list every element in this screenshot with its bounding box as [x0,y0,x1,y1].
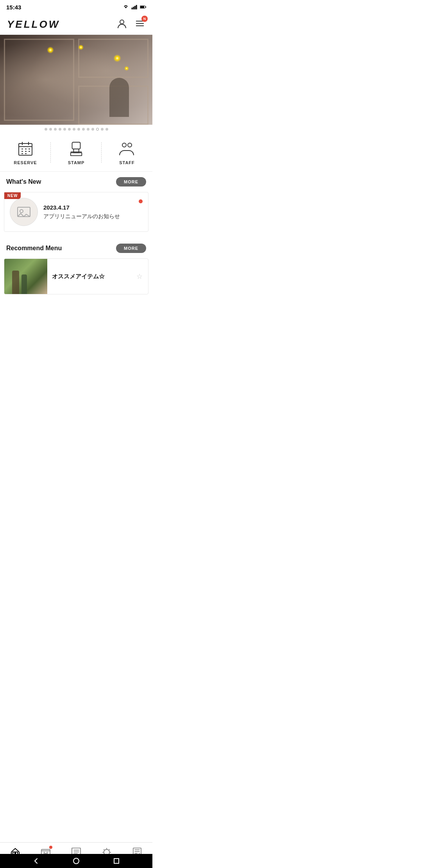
light-dot-4 [124,66,129,71]
dot-13 [101,128,104,131]
recommend-image [4,259,47,294]
svg-rect-2 [134,6,136,9]
whats-new-header: What's New MORE [0,172,152,192]
staff-icon [118,140,136,157]
svg-rect-23 [72,142,80,149]
news-card[interactable]: NEW 2023.4.17 アプリリニューアルのお知らせ [4,192,148,232]
news-content: 2023.4.17 アプリリニューアルのお知らせ [43,204,133,220]
svg-rect-6 [140,6,144,8]
light-dot-2 [78,45,84,50]
dot-5 [63,128,66,131]
logo: YELLOW [7,18,60,30]
staff-label: STAFF [119,160,135,165]
profile-icon [116,18,127,29]
reserve-action[interactable]: RESERVE [0,140,51,165]
silhouette [109,78,129,117]
menu-button[interactable]: N [134,18,145,30]
reserve-label: RESERVE [14,160,37,165]
news-date: 2023.4.17 [43,204,133,211]
dot-9 [82,128,85,131]
dot-7 [73,128,75,131]
svg-rect-1 [133,7,134,9]
stamp-icon [68,140,85,157]
stamp-label: STAMP [68,160,85,165]
status-bar: 15:43 [0,0,152,14]
hero-image [0,35,152,125]
header: YELLOW N [0,14,152,35]
svg-rect-0 [132,8,133,10]
dot-1 [45,128,47,131]
recommend-more-button[interactable]: MORE [116,244,146,253]
notification-badge: N [141,16,148,22]
battery-icon [140,5,146,9]
bottle-1 [12,271,19,294]
bottle-2 [21,274,27,294]
star-icon: ☆ [131,267,148,286]
light-dot-3 [113,54,121,62]
dot-3 [54,128,57,131]
dot-14 [106,128,108,131]
svg-point-30 [20,210,23,213]
svg-rect-24 [71,152,82,156]
hero-window-left [4,39,74,121]
new-badge: NEW [4,192,21,199]
dot-8 [77,128,80,131]
light-dot-1 [47,47,54,54]
news-avatar [10,198,38,226]
dot-11 [91,128,94,131]
svg-point-28 [128,143,132,147]
svg-rect-5 [145,6,146,7]
recommend-menu-title: Recommend Menu [6,245,62,252]
header-icons: N [116,18,145,30]
svg-point-27 [122,143,126,147]
signal-icon [131,5,138,9]
news-unread-dot [139,199,143,203]
dot-2 [49,128,52,131]
calendar-icon [17,140,34,157]
status-time: 15:43 [6,4,21,11]
dot-6 [68,128,71,131]
stamp-action[interactable]: STAMP [51,140,102,165]
dot-10 [87,128,89,131]
recommend-content: オススメアイテム☆ [47,267,131,286]
carousel-dots [0,125,152,134]
status-icons [123,5,146,9]
recommend-card[interactable]: オススメアイテム☆ ☆ [4,258,148,294]
dot-4 [59,128,61,131]
whats-new-more-button[interactable]: MORE [116,177,146,187]
dot-12 [96,128,99,131]
whats-new-title: What's New [6,178,41,185]
profile-button[interactable] [116,18,127,30]
recommend-menu-header: Recommend Menu MORE [0,238,152,258]
recommend-name: オススメアイテム☆ [52,273,126,280]
main-content: What's New MORE NEW 2023.4.17 アプリリニューアルの… [0,172,152,340]
wifi-icon [123,5,129,9]
svg-point-7 [120,20,124,24]
quick-actions: RESERVE STAMP STAFF [0,134,152,172]
news-text: アプリリニューアルのお知らせ [43,213,133,220]
staff-action[interactable]: STAFF [102,140,152,165]
svg-rect-3 [136,5,137,9]
